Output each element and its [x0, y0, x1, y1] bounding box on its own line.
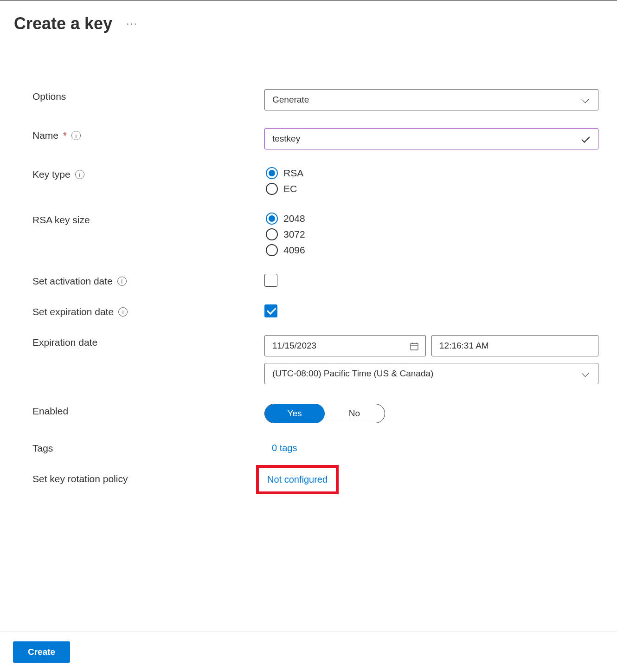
- info-icon[interactable]: i: [117, 277, 127, 286]
- radio-label: RSA: [283, 168, 303, 179]
- expiration-checkbox[interactable]: [264, 304, 277, 317]
- tags-label: Tags: [32, 441, 264, 454]
- name-input[interactable]: testkey: [264, 128, 598, 149]
- required-star-icon: *: [63, 130, 67, 141]
- timezone-value: (UTC-08:00) Pacific Time (US & Canada): [272, 368, 433, 379]
- radio-icon: [266, 183, 278, 195]
- rotation-policy-label: Set key rotation policy: [32, 472, 264, 485]
- expiration-date-label: Expiration date: [32, 335, 264, 348]
- name-label: Name * i: [32, 128, 264, 141]
- checkmark-icon: [580, 134, 591, 144]
- radio-icon: [266, 213, 278, 225]
- key-type-radio-rsa[interactable]: RSA: [266, 167, 598, 179]
- date-value: 11/15/2023: [272, 341, 316, 351]
- expiration-toggle-label: Set expiration date i: [32, 304, 264, 317]
- rsa-size-radio-3072[interactable]: 3072: [266, 228, 598, 240]
- radio-label: EC: [283, 183, 297, 194]
- more-actions-icon[interactable]: ···: [126, 18, 137, 30]
- timezone-select[interactable]: (UTC-08:00) Pacific Time (US & Canada): [264, 363, 598, 384]
- page-title: Create a key: [14, 14, 112, 33]
- radio-icon: [266, 167, 278, 179]
- radio-label: 3072: [283, 229, 305, 240]
- toggle-yes[interactable]: Yes: [264, 404, 325, 423]
- rsa-size-radio-4096[interactable]: 4096: [266, 244, 598, 256]
- tags-link[interactable]: 0 tags: [272, 441, 598, 453]
- key-type-radio-ec[interactable]: EC: [266, 183, 598, 195]
- info-icon[interactable]: i: [75, 170, 84, 179]
- activation-date-label: Set activation date i: [32, 274, 264, 287]
- chevron-down-icon: [581, 95, 591, 104]
- calendar-icon: [410, 342, 418, 350]
- rotation-policy-link[interactable]: Not configured: [267, 474, 328, 485]
- activation-checkbox[interactable]: [264, 274, 277, 287]
- enabled-label: Enabled: [32, 404, 264, 417]
- options-label: Options: [32, 89, 264, 102]
- time-value: 12:16:31 AM: [439, 341, 489, 351]
- radio-icon: [266, 228, 278, 240]
- chevron-down-icon: [581, 369, 591, 378]
- radio-icon: [266, 244, 278, 256]
- radio-label: 4096: [283, 245, 305, 256]
- key-type-label: Key type i: [32, 167, 264, 180]
- rotation-highlight-box: Not configured: [256, 465, 339, 494]
- name-value: testkey: [272, 134, 300, 144]
- info-icon[interactable]: i: [118, 307, 128, 317]
- rsa-key-size-label: RSA key size: [32, 213, 264, 226]
- svg-rect-0: [411, 343, 418, 350]
- toggle-no[interactable]: No: [324, 404, 385, 423]
- expiration-date-input[interactable]: 11/15/2023: [264, 335, 426, 356]
- expiration-time-input[interactable]: 12:16:31 AM: [431, 335, 598, 356]
- rsa-size-radio-2048[interactable]: 2048: [266, 213, 598, 225]
- info-icon[interactable]: i: [71, 131, 81, 140]
- enabled-toggle[interactable]: Yes No: [264, 404, 385, 423]
- create-button[interactable]: Create: [13, 641, 70, 663]
- options-select[interactable]: Generate: [264, 89, 598, 110]
- options-value: Generate: [272, 95, 309, 105]
- radio-label: 2048: [283, 213, 305, 224]
